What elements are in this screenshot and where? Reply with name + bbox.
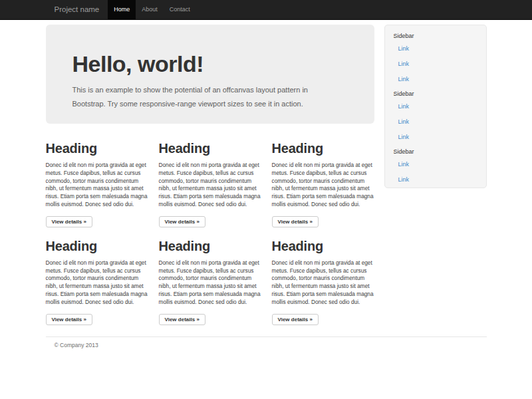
sidebar-link[interactable]: Link	[385, 172, 486, 188]
sidebar-link[interactable]: Link	[385, 72, 486, 87]
view-details-button[interactable]: View details »	[159, 216, 205, 227]
cards-row-1: Heading Donec id elit non mi porta gravi…	[46, 141, 374, 227]
sidebar-link[interactable]: Link	[385, 57, 486, 72]
sidebar-group-heading: Sidebar	[385, 87, 486, 99]
sidebar-link[interactable]: Link	[385, 41, 486, 57]
view-details-button[interactable]: View details »	[272, 314, 319, 325]
card-body-text: Donec id elit non mi porta gravida at eg…	[272, 259, 375, 307]
card-heading: Heading	[46, 141, 149, 156]
nav-item-home[interactable]: Home	[108, 0, 136, 19]
jumbotron-text: This is an example to show the potential…	[72, 83, 348, 111]
sidebar-link[interactable]: Link	[385, 99, 486, 114]
card-heading: Heading	[272, 141, 375, 156]
main-column: Hello, world! This is an example to show…	[46, 25, 374, 325]
nav-item-about[interactable]: About	[136, 0, 164, 19]
page-container: Hello, world! This is an example to show…	[46, 25, 487, 348]
sidebar-link[interactable]: Link	[385, 130, 486, 145]
sidebar-group-1: Sidebar Link Link Link	[385, 29, 486, 87]
card-body-text: Donec id elit non mi porta gravida at eg…	[159, 259, 262, 307]
card-body-text: Donec id elit non mi porta gravida at eg…	[272, 162, 375, 209]
navbar-nav: Home About Contact	[108, 0, 196, 19]
footer-copyright: © Company 2013	[55, 342, 487, 348]
card-body-text: Donec id elit non mi porta gravida at eg…	[46, 162, 149, 209]
sidebar-panel: Sidebar Link Link Link Sidebar Link Link…	[384, 25, 487, 188]
cards-row-2: Heading Donec id elit non mi porta gravi…	[46, 239, 374, 325]
card-4: Heading Donec id elit non mi porta gravi…	[46, 239, 149, 325]
card-body-text: Donec id elit non mi porta gravida at eg…	[46, 259, 149, 307]
footer: © Company 2013	[46, 336, 487, 348]
jumbotron-text-line-2: Bootstrap. Try some responsive-range vie…	[72, 97, 348, 111]
nav-item-contact[interactable]: Contact	[164, 0, 196, 19]
card-3: Heading Donec id elit non mi porta gravi…	[272, 141, 375, 227]
card-1: Heading Donec id elit non mi porta gravi…	[46, 141, 149, 227]
jumbotron-title: Hello, world!	[72, 52, 348, 76]
jumbotron-text-line-1: This is an example to show the potential…	[72, 83, 348, 97]
card-heading: Heading	[159, 141, 262, 156]
view-details-button[interactable]: View details »	[46, 314, 92, 325]
sidebar-link[interactable]: Link	[385, 157, 486, 172]
sidebar-group-heading: Sidebar	[385, 145, 486, 157]
card-heading: Heading	[272, 239, 375, 254]
card-heading: Heading	[46, 239, 149, 254]
view-details-button[interactable]: View details »	[272, 216, 319, 227]
card-body-text: Donec id elit non mi porta gravida at eg…	[159, 162, 262, 209]
sidebar-group-heading: Sidebar	[385, 29, 486, 41]
navbar: Project name Home About Contact	[0, 0, 532, 20]
card-5: Heading Donec id elit non mi porta gravi…	[159, 239, 262, 325]
sidebar-column: Sidebar Link Link Link Sidebar Link Link…	[384, 25, 487, 325]
card-heading: Heading	[159, 239, 262, 254]
sidebar-link[interactable]: Link	[385, 114, 486, 130]
navbar-brand[interactable]: Project name	[46, 0, 108, 19]
card-2: Heading Donec id elit non mi porta gravi…	[159, 141, 262, 227]
content-row: Hello, world! This is an example to show…	[46, 25, 487, 325]
sidebar-group-2: Sidebar Link Link Link	[385, 87, 486, 145]
navbar-inner: Project name Home About Contact	[46, 0, 487, 19]
view-details-button[interactable]: View details »	[159, 314, 205, 325]
view-details-button[interactable]: View details »	[46, 216, 92, 227]
jumbotron: Hello, world! This is an example to show…	[46, 25, 374, 124]
sidebar-group-3: Sidebar Link Link	[385, 145, 486, 188]
card-6: Heading Donec id elit non mi porta gravi…	[272, 239, 375, 325]
